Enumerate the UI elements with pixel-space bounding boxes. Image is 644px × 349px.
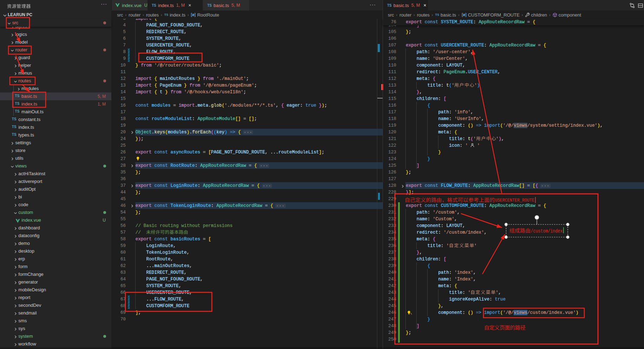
svg-text:/custom/index: /custom/index bbox=[531, 228, 563, 234]
